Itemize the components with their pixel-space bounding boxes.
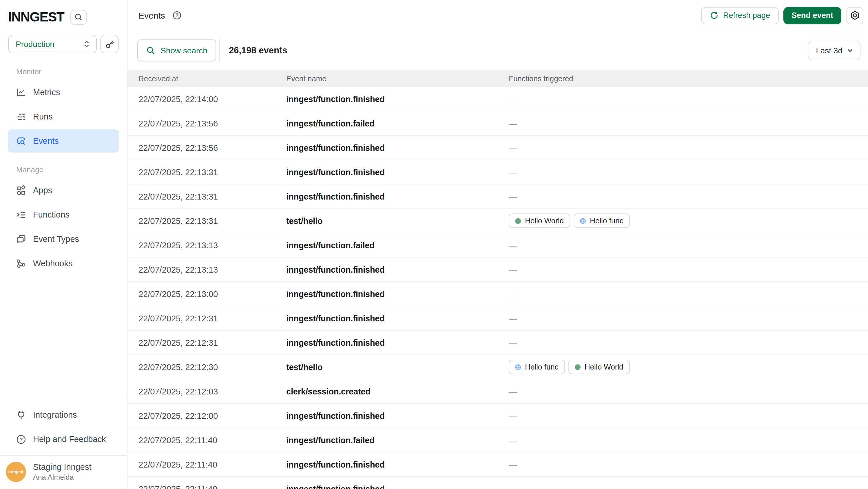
sidebar-item-runs[interactable]: Runs (8, 105, 119, 128)
user-name: Ana Almeida (33, 473, 92, 482)
empty-value-dash: — (509, 143, 517, 152)
plug-icon (16, 409, 27, 420)
cell-functions-triggered: — (509, 265, 868, 274)
event-keys-button[interactable] (100, 35, 119, 53)
nav-group-monitor: Metrics Runs (8, 81, 119, 152)
empty-value-dash: — (509, 411, 517, 420)
cell-functions-triggered: — (509, 386, 868, 396)
svg-text:?: ? (20, 436, 23, 442)
empty-value-dash: — (509, 386, 517, 396)
send-event-label: Send event (792, 11, 833, 20)
table-row[interactable]: 22/07/2025, 22:13:56inngest/function.fin… (127, 136, 868, 160)
profile-section[interactable]: inngest Staging Inngest Ana Almeida (0, 455, 127, 489)
table-row[interactable]: 22/07/2025, 22:13:31inngest/function.fin… (127, 184, 868, 209)
table-row[interactable]: 22/07/2025, 22:12:00inngest/function.fin… (127, 404, 868, 428)
cell-event-name: inngest/function.finished (286, 94, 509, 104)
header-actions: Refresh page Send event (701, 7, 863, 24)
table-row[interactable]: 22/07/2025, 22:13:13inngest/function.fin… (127, 258, 868, 282)
nav-section-monitor: Monitor (16, 67, 127, 76)
cell-received-at: 22/07/2025, 22:13:31 (138, 167, 286, 177)
table-row[interactable]: 22/07/2025, 22:11:40inngest/function.fin… (127, 453, 868, 477)
sidebar-item-functions[interactable]: Functions (8, 203, 119, 226)
nav-section-manage: Manage (16, 165, 127, 174)
table-row[interactable]: 22/07/2025, 22:13:31inngest/function.fin… (127, 160, 868, 184)
cell-event-name: inngest/function.finished (286, 314, 509, 323)
cell-functions-triggered: — (509, 411, 868, 420)
cell-functions-triggered: — (509, 94, 868, 104)
table-row[interactable]: 22/07/2025, 22:13:13inngest/function.fai… (127, 233, 868, 258)
send-event-button[interactable]: Send event (783, 7, 841, 24)
sidebar-item-integrations[interactable]: Integrations (8, 403, 119, 426)
chevron-down-icon (846, 47, 854, 54)
cell-functions-triggered: — (509, 435, 868, 444)
cell-received-at: 22/07/2025, 22:11:40 (138, 460, 286, 469)
inngest-logo: INNGEST (8, 9, 64, 25)
sidebar-item-label: Events (33, 136, 59, 146)
table-row[interactable]: 22/07/2025, 22:13:00inngest/function.fin… (127, 282, 868, 306)
search-icon (146, 46, 155, 55)
function-badge[interactable]: Hello func (509, 359, 565, 374)
page-title: Events (138, 10, 165, 20)
cell-received-at: 22/07/2025, 22:12:00 (138, 411, 286, 420)
cell-functions-triggered: — (509, 192, 868, 201)
webhooks-icon (16, 258, 27, 269)
page-header: Events ? Refresh page (127, 0, 868, 31)
function-badge-label: Hello World (525, 217, 564, 225)
table-row[interactable]: 22/07/2025, 22:11:40inngest/function.fai… (127, 428, 868, 453)
sidebar-item-event-types[interactable]: Event Types (8, 227, 119, 251)
cell-received-at: 22/07/2025, 22:13:56 (138, 119, 286, 128)
empty-value-dash: — (509, 484, 517, 489)
function-badge-label: Hello World (585, 363, 623, 371)
refresh-icon (710, 11, 718, 20)
refresh-page-button[interactable]: Refresh page (701, 7, 779, 24)
environment-row: Production (8, 35, 119, 53)
function-badge-label: Hello func (525, 363, 559, 371)
help-circle-icon: ? (16, 434, 27, 444)
table-row[interactable]: 22/07/2025, 22:12:03clerk/session.create… (127, 379, 868, 404)
sidebar-item-webhooks[interactable]: Webhooks (8, 252, 119, 275)
empty-value-dash: — (509, 94, 517, 104)
cell-functions-triggered: — (509, 240, 868, 250)
cell-functions-triggered: — (509, 119, 868, 128)
cell-functions-triggered: — (509, 484, 868, 489)
sidebar-item-events[interactable]: Events (8, 130, 119, 152)
page-help-icon[interactable]: ? (172, 10, 182, 20)
sidebar-item-label: Help and Feedback (33, 434, 106, 444)
svg-text:?: ? (175, 12, 179, 18)
sidebar-item-label: Apps (33, 185, 52, 195)
show-search-button[interactable]: Show search (137, 39, 216, 61)
table-row[interactable]: 22/07/2025, 22:12:31inngest/function.fin… (127, 306, 868, 330)
function-badge[interactable]: Hello func (574, 213, 630, 228)
search-icon (74, 13, 83, 22)
app-window: INNGEST Production (0, 0, 868, 489)
settings-button[interactable] (846, 7, 863, 24)
cell-functions-triggered: — (509, 167, 868, 177)
cell-functions-triggered: — (509, 143, 868, 152)
table-row[interactable]: 22/07/2025, 22:12:30test/helloHello func… (127, 355, 868, 379)
empty-value-dash: — (509, 460, 517, 469)
event-count: 26,198 events (229, 45, 287, 56)
table-row[interactable]: 22/07/2025, 22:11:40inngest/function.fin… (127, 477, 868, 489)
sidebar-item-apps[interactable]: Apps (8, 179, 119, 202)
environment-selector[interactable]: Production (8, 35, 97, 53)
empty-value-dash: — (509, 314, 517, 323)
logo-row: INNGEST (0, 0, 127, 25)
cell-event-name: clerk/session.created (286, 386, 509, 396)
cell-event-name: inngest/function.finished (286, 460, 509, 469)
sidebar-item-metrics[interactable]: Metrics (8, 81, 119, 104)
table-row[interactable]: 22/07/2025, 22:13:56inngest/function.fai… (127, 111, 868, 136)
table-row[interactable]: 22/07/2025, 22:13:31test/helloHello Worl… (127, 209, 868, 233)
cell-received-at: 22/07/2025, 22:13:13 (138, 240, 286, 250)
sidebar-item-help-and-feedback[interactable]: ? Help and Feedback (8, 428, 119, 451)
table-row[interactable]: 22/07/2025, 22:12:31inngest/function.fin… (127, 330, 868, 355)
sidebar-search-button[interactable] (70, 9, 87, 25)
table-row[interactable]: 22/07/2025, 22:14:00inngest/function.fin… (127, 87, 868, 111)
function-badge[interactable]: Hello World (509, 213, 570, 228)
sidebar-spacer (0, 288, 127, 396)
function-badge[interactable]: Hello World (568, 359, 630, 374)
cell-received-at: 22/07/2025, 22:13:31 (138, 216, 286, 225)
show-search-label: Show search (160, 46, 208, 55)
sidebar-item-label: Integrations (33, 410, 77, 420)
time-range-selector[interactable]: Last 3d (808, 40, 861, 60)
function-status-dot-green (515, 218, 521, 224)
